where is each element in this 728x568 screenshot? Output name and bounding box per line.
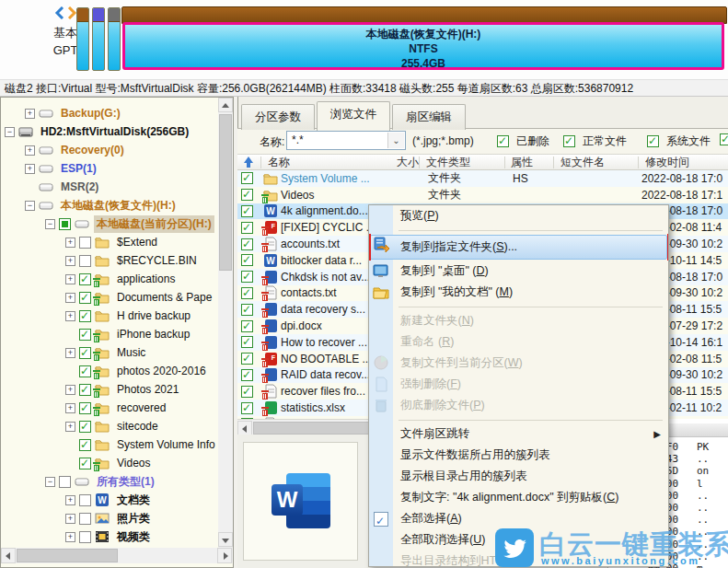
menu-item-9[interactable]: 强制删除(F)	[369, 374, 668, 395]
tree-item-2[interactable]: +Recovery(0)	[25, 141, 218, 159]
tree-item-7[interactable]: +$Extend	[65, 233, 218, 251]
checkbox-icon[interactable]	[563, 135, 575, 147]
filelist-hscroll-thumb[interactable]	[253, 422, 387, 435]
partition-2-bar[interactable]	[92, 7, 105, 71]
tree-checkbox[interactable]	[79, 513, 91, 525]
tree-checkbox[interactable]	[59, 218, 71, 230]
tree-item-22[interactable]: +照片类	[65, 509, 218, 527]
tree-item-21[interactable]: +W文档类	[65, 491, 218, 509]
menu-item-15[interactable]: 复制文字: "4k alignment.docx" 到剪贴板(C)	[369, 487, 668, 508]
expand-icon[interactable]: +	[65, 403, 75, 413]
menu-item-2[interactable]: 复制到指定文件夹(S)...	[369, 234, 668, 261]
tree-item-6[interactable]: −本地磁盘(当前分区)(H:)	[45, 214, 218, 233]
next-disk-icon[interactable]	[67, 6, 77, 19]
filter-checkbox-0[interactable]: 已删除	[497, 133, 549, 149]
tree-checkbox[interactable]	[79, 494, 91, 506]
expand-icon[interactable]: +	[65, 348, 75, 358]
menu-item-10[interactable]: 彻底删除文件(P)	[369, 395, 668, 416]
tree-checkbox[interactable]	[79, 310, 91, 322]
tree-item-12[interactable]: iPhone backup	[65, 325, 218, 343]
tree-item-17[interactable]: +sitecode	[65, 417, 218, 435]
tab-2[interactable]: 扇区编辑	[392, 104, 466, 130]
tree-checkbox[interactable]	[79, 384, 91, 396]
file-checkbox[interactable]	[241, 205, 253, 217]
tree-checkbox[interactable]	[79, 531, 91, 543]
file-checkbox[interactable]	[241, 320, 253, 332]
tab-0[interactable]: 分区参数	[241, 104, 315, 130]
tree-checkbox[interactable]	[79, 458, 91, 469]
menu-item-12[interactable]: 文件扇区跳转▶	[369, 423, 668, 445]
tree-item-11[interactable]: +H drive backup	[65, 307, 218, 325]
column-header-mtime[interactable]: 修改时间	[645, 155, 728, 169]
checkbox-icon[interactable]	[497, 135, 509, 147]
column-header-type[interactable]: 文件类型	[426, 155, 504, 169]
filter-checkbox-3[interactable]	[720, 133, 728, 145]
tree-item-18[interactable]: System Volume Info	[65, 435, 218, 454]
tree-item-8[interactable]: +$RECYCLE.BIN	[65, 251, 218, 270]
tree-scroll-left-icon[interactable]	[1, 548, 16, 563]
tree-item-1[interactable]: −HD2:MsftVirtualDisk(256GB)	[5, 122, 218, 141]
sort-up-arrow-icon[interactable]	[237, 155, 260, 169]
expand-icon[interactable]: +	[65, 532, 75, 542]
file-checkbox[interactable]	[241, 189, 253, 201]
expand-icon[interactable]: +	[65, 293, 75, 303]
file-row-1[interactable]: Videos文件夹2022-08-18 17:1	[237, 187, 728, 203]
file-checkbox[interactable]	[241, 402, 253, 414]
tree-checkbox[interactable]	[79, 329, 91, 341]
tree-checkbox[interactable]	[79, 292, 91, 304]
checkbox-icon[interactable]	[720, 133, 728, 145]
column-header-shortname[interactable]: 短文件名	[560, 155, 638, 169]
collapse-icon[interactable]: −	[45, 219, 55, 229]
column-header-name[interactable]: 名称	[268, 155, 387, 169]
tab-1[interactable]: 浏览文件	[317, 101, 390, 131]
expand-icon[interactable]: +	[65, 514, 75, 524]
tree-checkbox[interactable]	[79, 255, 91, 267]
tree-vscroll-thumb[interactable]	[219, 114, 232, 271]
tree-item-15[interactable]: +Photos 2021	[65, 380, 218, 399]
menu-item-7[interactable]: 重命名 (R)	[369, 331, 668, 353]
expand-icon[interactable]: +	[65, 422, 75, 432]
tree-hscroll-thumb[interactable]	[17, 549, 118, 562]
tree-item-14[interactable]: photos 2020-2016	[65, 362, 218, 380]
filelist-scroll-left-icon[interactable]	[237, 421, 252, 435]
tree-item-3[interactable]: +ESP(1)	[25, 159, 218, 178]
checkbox-icon[interactable]	[647, 135, 659, 147]
file-checkbox[interactable]	[241, 287, 253, 299]
menu-item-3[interactable]: 复制到 "桌面" (D)	[369, 261, 668, 282]
tree-scroll-right-icon[interactable]	[217, 548, 232, 563]
tree-item-4[interactable]: MSR(2)	[25, 178, 218, 196]
file-checkbox[interactable]	[241, 271, 253, 283]
menu-item-18[interactable]: 导出目录结构到HTM	[369, 551, 668, 568]
file-row-0[interactable]: System Volume ...文件夹HS2022-08-18 17:0	[237, 170, 728, 187]
tree-item-0[interactable]: +Backup(G:)	[25, 104, 218, 122]
expand-icon[interactable]: +	[65, 385, 75, 395]
file-checkbox[interactable]	[241, 254, 253, 266]
file-checkbox[interactable]	[241, 353, 253, 365]
tree-checkbox[interactable]	[59, 476, 71, 488]
chevron-down-icon[interactable]: ⌄	[387, 133, 404, 148]
menu-item-6[interactable]: 新建文件夹(N)	[369, 310, 668, 331]
tree-checkbox[interactable]	[79, 365, 91, 377]
menu-item-4[interactable]: 复制到 "我的文档" (M)	[369, 282, 668, 303]
menu-item-14[interactable]: 显示根目录占用的簇列表	[369, 466, 668, 487]
tree-item-10[interactable]: +Documents & Pape	[65, 288, 218, 307]
tree-item-20[interactable]: −所有类型(1)	[45, 472, 218, 491]
tree-item-16[interactable]: +recovered	[65, 399, 218, 417]
partition-3-bar[interactable]	[108, 7, 121, 71]
filter-checkbox-1[interactable]: 正常文件	[563, 133, 627, 149]
expand-icon[interactable]: +	[65, 274, 75, 284]
collapse-icon[interactable]: −	[5, 127, 15, 137]
expand-icon[interactable]: +	[65, 495, 75, 505]
tree-item-9[interactable]: +applications	[65, 270, 218, 288]
file-checkbox[interactable]	[241, 386, 253, 398]
tree-item-23[interactable]: +视频类	[65, 527, 218, 546]
expand-icon[interactable]: +	[65, 238, 75, 248]
selected-partition-bar[interactable]: 本地磁盘(恢复文件)(H:) NTFS 255.4GB	[122, 22, 724, 70]
expand-icon[interactable]: +	[25, 145, 35, 156]
tree-checkbox[interactable]	[79, 347, 91, 359]
file-checkbox[interactable]	[241, 369, 253, 381]
tree-checkbox[interactable]	[79, 273, 91, 285]
tree-checkbox[interactable]	[79, 421, 91, 433]
expand-icon[interactable]: +	[65, 311, 75, 321]
expand-icon[interactable]: +	[65, 256, 75, 266]
